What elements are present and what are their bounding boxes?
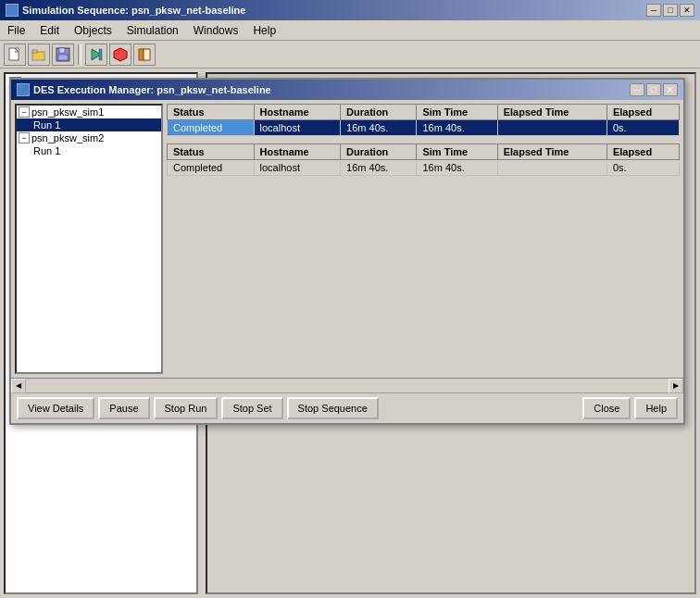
stop-set-button[interactable]: Stop Set bbox=[221, 397, 282, 419]
col-elapsed-time-1: Elapsed Time bbox=[497, 105, 606, 120]
app-icon bbox=[6, 4, 19, 17]
status-cell-1: Completed bbox=[168, 120, 255, 136]
menu-objects[interactable]: Objects bbox=[67, 22, 119, 39]
elapsed-cell-1: 0s. bbox=[606, 120, 679, 136]
tree-run2-label: Run 1 bbox=[33, 145, 60, 156]
elapsed-time-cell-1 bbox=[497, 120, 606, 136]
svg-rect-7 bbox=[99, 49, 102, 60]
menu-help[interactable]: Help bbox=[245, 22, 283, 39]
tree-sim1-label: psn_pksw_sim1 bbox=[31, 106, 104, 118]
status-cell-2: Completed bbox=[168, 160, 255, 176]
result-row-2[interactable]: Completed localhost 16m 40s. 16m 40s. 0s… bbox=[168, 160, 680, 176]
book-button[interactable] bbox=[133, 44, 156, 66]
results-table-2: Status Hostname Duration Sim Time Elapse… bbox=[167, 143, 680, 176]
close-button[interactable]: Close bbox=[582, 397, 631, 419]
svg-rect-5 bbox=[58, 55, 68, 60]
col-duration-2: Duration bbox=[341, 144, 417, 160]
dialog-close[interactable]: ✕ bbox=[663, 83, 678, 96]
tree-sim2[interactable]: − psn_pksw_sim2 bbox=[17, 131, 161, 144]
scroll-left-arrow[interactable]: ◀ bbox=[11, 379, 26, 393]
tree-sim2-label: psn_pksw_sim2 bbox=[31, 132, 104, 143]
menu-simulation[interactable]: Simulation bbox=[119, 22, 186, 39]
dialog-title-bar: DES Execution Manager: psn_pksw_net-base… bbox=[11, 80, 683, 100]
hostname-cell-2: localhost bbox=[254, 160, 341, 176]
svg-rect-10 bbox=[144, 49, 150, 60]
results-panel: Status Hostname Duration Sim Time Elapse… bbox=[167, 104, 680, 374]
dialog-h-scrollbar[interactable]: ◀ ▶ bbox=[11, 378, 683, 392]
tree-run2[interactable]: Run 1 bbox=[17, 144, 161, 157]
svg-rect-4 bbox=[59, 48, 65, 53]
svg-rect-9 bbox=[139, 49, 144, 60]
svg-marker-8 bbox=[114, 48, 127, 61]
pause-button[interactable]: Pause bbox=[98, 397, 149, 419]
col-elapsed-1: Elapsed bbox=[606, 105, 679, 120]
col-hostname-2: Hostname bbox=[254, 144, 341, 160]
dialog-maximize[interactable]: □ bbox=[646, 83, 661, 96]
col-simtime-2: Sim Time bbox=[417, 144, 497, 160]
minimize-button[interactable]: ─ bbox=[646, 4, 661, 17]
save-button[interactable] bbox=[52, 44, 74, 66]
menu-bar: File Edit Objects Simulation Windows Hel… bbox=[0, 20, 700, 41]
menu-file[interactable]: File bbox=[0, 22, 32, 39]
duration-cell-1: 16m 40s. bbox=[341, 120, 417, 136]
simtime-cell-1: 16m 40s. bbox=[417, 120, 497, 136]
toolbar bbox=[0, 41, 700, 69]
toolbar-separator-1 bbox=[78, 44, 81, 65]
col-status-2: Status bbox=[168, 144, 255, 160]
stop-button[interactable] bbox=[109, 44, 131, 66]
main-title-bar: Simulation Sequence: psn_pksw_net-baseli… bbox=[0, 0, 700, 20]
tree-sim1[interactable]: − psn_pksw_sim1 bbox=[17, 106, 161, 118]
col-hostname-1: Hostname bbox=[254, 105, 341, 120]
main-window-title: Simulation Sequence: psn_pksw_net-baseli… bbox=[22, 5, 245, 16]
run-button[interactable] bbox=[85, 44, 107, 66]
menu-edit[interactable]: Edit bbox=[32, 22, 67, 39]
result-row-1-selected[interactable]: Completed localhost 16m 40s. 16m 40s. 0s… bbox=[168, 120, 680, 136]
des-dialog: DES Execution Manager: psn_pksw_net-base… bbox=[9, 78, 685, 425]
close-button[interactable]: ✕ bbox=[680, 4, 694, 17]
dialog-body: − psn_pksw_sim1 Run 1 − psn_pksw_sim2 Ru… bbox=[11, 100, 683, 378]
elapsed-time-cell-2 bbox=[497, 160, 606, 176]
simtime-cell-2: 16m 40s. bbox=[417, 160, 497, 176]
tree-expand-sim1[interactable]: − bbox=[19, 106, 30, 118]
duration-cell-2: 16m 40s. bbox=[341, 160, 417, 176]
scroll-right-arrow[interactable]: ▶ bbox=[669, 379, 683, 393]
tree-run1-label: Run 1 bbox=[33, 119, 60, 131]
col-elapsed-time-2: Elapsed Time bbox=[497, 144, 606, 160]
hostname-cell-1: localhost bbox=[254, 120, 341, 136]
dialog-title: DES Execution Manager: psn_pksw_net-base… bbox=[33, 84, 271, 95]
results-table-1: Status Hostname Duration Sim Time Elapse… bbox=[167, 104, 680, 136]
dialog-icon bbox=[17, 83, 30, 96]
tree-panel[interactable]: − psn_pksw_sim1 Run 1 − psn_pksw_sim2 Ru… bbox=[15, 104, 163, 374]
main-area: ✓ psn_pksw_sim1 (1 run) ✓ psn_pksw_sim2 … bbox=[0, 69, 700, 598]
elapsed-cell-2: 0s. bbox=[606, 160, 679, 176]
col-duration-1: Duration bbox=[341, 105, 417, 120]
stop-sequence-button[interactable]: Stop Sequence bbox=[287, 397, 379, 419]
maximize-button[interactable]: □ bbox=[663, 4, 678, 17]
tree-run1[interactable]: Run 1 bbox=[17, 118, 161, 131]
open-button[interactable] bbox=[28, 44, 50, 66]
dialog-footer: View Details Pause Stop Run Stop Set Sto… bbox=[11, 392, 683, 423]
new-button[interactable] bbox=[4, 44, 26, 66]
view-details-button[interactable]: View Details bbox=[17, 397, 94, 419]
col-status-1: Status bbox=[168, 105, 255, 120]
menu-windows[interactable]: Windows bbox=[186, 22, 246, 39]
dialog-minimize[interactable]: ─ bbox=[630, 83, 644, 96]
help-button[interactable]: Help bbox=[634, 397, 678, 419]
svg-rect-2 bbox=[32, 50, 37, 53]
tree-expand-sim2[interactable]: − bbox=[19, 132, 30, 143]
col-simtime-1: Sim Time bbox=[417, 105, 497, 120]
stop-run-button[interactable]: Stop Run bbox=[154, 397, 219, 419]
col-elapsed-2: Elapsed bbox=[606, 144, 679, 160]
